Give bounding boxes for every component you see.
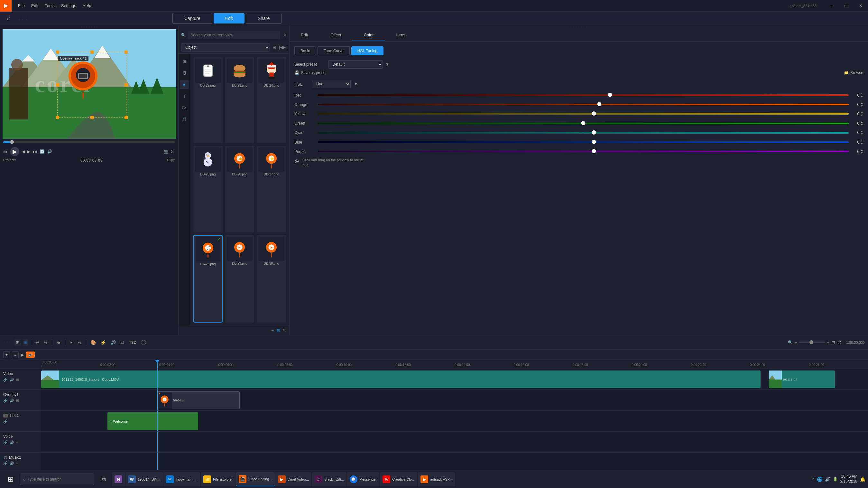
taskbar-app-onenote[interactable]: N — [112, 472, 125, 486]
text-3d-button[interactable]: T3D — [127, 339, 138, 346]
media-slider-icon[interactable]: |◀▶| — [279, 45, 287, 50]
close-button[interactable]: ✕ — [853, 0, 868, 11]
media-item-db23[interactable]: DB-23.png — [225, 57, 254, 143]
media-item-db30[interactable]: ➤ DB-30.png — [257, 235, 286, 322]
taskbar-app-explorer[interactable]: 📁 File Explorer — [201, 472, 236, 486]
tab-edit[interactable]: Edit — [289, 29, 319, 41]
taskbar-app-messenger[interactable]: 💬 Messenger — [347, 472, 379, 486]
music1-volume-icon[interactable]: 🔊 — [10, 461, 14, 465]
media-item-db29[interactable]: ✈ DB-29.png — [225, 235, 254, 322]
loop-button[interactable]: 🔄 — [40, 149, 45, 154]
system-clock[interactable]: 10:46 AM 3/15/2019 — [840, 474, 857, 484]
taskbar-app-word[interactable]: W 190314_SIN... — [125, 472, 163, 486]
tray-network-icon[interactable]: 🌐 — [817, 477, 822, 482]
ripple-button[interactable]: ⇔ — [76, 339, 83, 346]
sub-tab-tone-curve[interactable]: Tone Curve — [317, 46, 349, 55]
media-item-db25[interactable]: DB-25.png — [193, 146, 223, 232]
tab-edit[interactable]: Edit — [214, 13, 245, 24]
save-preset-button[interactable]: Save as preset — [301, 70, 327, 75]
media-filter-text[interactable]: T — [180, 92, 189, 101]
yellow-up-button[interactable]: ▲ — [861, 111, 863, 114]
blue-slider[interactable] — [318, 141, 849, 143]
video-link-icon[interactable]: 🔗 — [3, 378, 8, 382]
overlay1-grid-icon[interactable]: ⊞ — [16, 399, 19, 403]
yellow-down-button[interactable]: ▼ — [861, 114, 863, 117]
cyan-slider[interactable] — [318, 132, 849, 134]
project-dropdown[interactable]: Project▾ — [3, 158, 16, 162]
tray-volume-icon[interactable]: 🔊 — [825, 477, 830, 482]
menu-file[interactable]: File — [15, 3, 28, 8]
purple-slider[interactable] — [318, 151, 849, 152]
auto-scroll-button[interactable]: ▶ — [21, 352, 24, 357]
media-item-db27[interactable]: ⭐ DB-27.png — [257, 146, 286, 232]
media-view-icon[interactable]: ⊞ — [273, 45, 276, 50]
red-down-button[interactable]: ▼ — [861, 95, 863, 98]
yellow-slider[interactable] — [318, 113, 849, 115]
add-track-button[interactable]: + — [3, 351, 10, 358]
green-up-button[interactable]: ▲ — [861, 120, 863, 124]
video-clip-main[interactable]: 101111_165018_import - Copy.MOV — [41, 371, 761, 388]
media-filter-sticker[interactable]: ★ — [180, 80, 189, 89]
title1-link-icon[interactable]: 🔗 — [3, 420, 8, 424]
taskbar-app-outlook[interactable]: ✉ Inbox - Ziff -... — [163, 472, 200, 486]
video-volume-icon[interactable]: 🔊 — [10, 378, 14, 382]
sub-tab-hsl-tuning[interactable]: HSL Tuning — [351, 46, 383, 55]
blue-down-button[interactable]: ▼ — [861, 142, 863, 145]
green-down-button[interactable]: ▼ — [861, 123, 863, 126]
media-item-db26[interactable]: 👍 DB-26.png — [225, 146, 254, 232]
media-search-input[interactable] — [188, 31, 280, 39]
redo-button[interactable]: ↪ — [42, 339, 49, 346]
cyan-down-button[interactable]: ▼ — [861, 133, 863, 136]
frame-back-button[interactable]: ◀ — [22, 149, 25, 154]
taskbar-app-slack[interactable]: # Slack - Ziff... — [312, 472, 346, 486]
cyan-up-button[interactable]: ▲ — [861, 130, 863, 133]
taskbar-app-creative-cloud[interactable]: Ai Creative Clo... — [380, 472, 417, 486]
voice-volume-icon[interactable]: 🔊 — [10, 440, 14, 444]
voice-expand-icon[interactable]: ▾ — [16, 440, 18, 444]
orange-up-button[interactable]: ▲ — [861, 102, 863, 105]
orange-down-button[interactable]: ▼ — [861, 105, 863, 108]
minimize-button[interactable]: ─ — [824, 0, 838, 11]
split-button[interactable]: ✂ — [68, 339, 75, 346]
music1-expand-icon[interactable]: ▾ — [16, 461, 18, 465]
media-close-button[interactable]: ✕ — [283, 32, 287, 38]
video-grid-icon[interactable]: ⊞ — [16, 378, 19, 382]
go-to-start-button[interactable]: ⏮ — [3, 149, 8, 154]
go-to-start-tl[interactable]: ⏮ — [55, 339, 62, 346]
purple-up-button[interactable]: ▲ — [861, 148, 863, 152]
video-preview[interactable]: corel — [3, 29, 176, 139]
track-settings-button[interactable]: ≡ — [12, 351, 19, 358]
play-pause-button[interactable]: ▶ — [10, 147, 19, 156]
media-filter-all[interactable]: ⊞ — [180, 57, 189, 66]
green-slider[interactable] — [318, 123, 849, 124]
timeline-scrubber[interactable] — [3, 141, 175, 143]
media-filter-audio[interactable]: 🎵 — [180, 115, 189, 124]
fit-to-window[interactable]: ⊡ — [831, 340, 835, 345]
go-to-end-button[interactable]: ⏭ — [33, 149, 37, 154]
volume-button[interactable]: 🔊 — [47, 149, 52, 154]
home-button[interactable]: ⌂ — [3, 12, 15, 25]
task-view-button[interactable]: ⧉ — [98, 473, 110, 485]
time-stretch[interactable]: ⏱ — [837, 340, 842, 345]
media-filter-fx[interactable]: FX — [180, 103, 189, 112]
menu-tools[interactable]: Tools — [41, 3, 58, 8]
fullscreen-button[interactable]: ⛶ — [171, 149, 175, 154]
music1-link-icon[interactable]: 🔗 — [3, 461, 8, 465]
overlay-object[interactable] — [64, 55, 102, 100]
volume-button-tl[interactable]: 🔊 — [26, 351, 35, 358]
menu-help[interactable]: Help — [80, 3, 95, 8]
orange-slider[interactable] — [318, 104, 849, 105]
speed-button[interactable]: ⚡ — [99, 339, 107, 346]
screenshot-button[interactable]: 📷 — [164, 149, 168, 154]
transition-button[interactable]: ⇄ — [119, 339, 125, 346]
title-clip[interactable]: T Welcome — [107, 412, 198, 430]
media-filter-select[interactable]: Object — [181, 43, 270, 52]
media-filter-photo[interactable]: 🖼 — [180, 68, 189, 78]
tab-lens[interactable]: Lens — [385, 29, 416, 41]
split-audio-button[interactable]: 🔊 — [109, 339, 117, 346]
blue-up-button[interactable]: ▲ — [861, 139, 863, 142]
start-button[interactable]: ⊞ — [3, 471, 19, 487]
taskbar-app-arrow[interactable]: ▶ adfsadt VSP... — [418, 472, 455, 486]
zoom-in-button[interactable]: + — [827, 340, 829, 345]
overlay-clip[interactable]: OB-30.p ✦ — [157, 392, 240, 409]
